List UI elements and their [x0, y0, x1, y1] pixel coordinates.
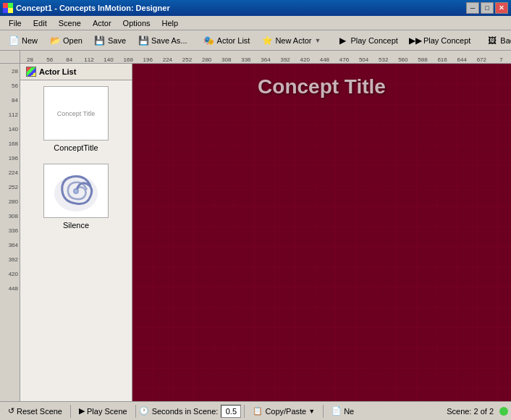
ruler-h-mark: 644	[457, 56, 467, 63]
svg-rect-3	[8, 8, 13, 13]
window-title: Concept1 - Concepts InMotion: Designer	[16, 4, 466, 12]
ruler-vertical: 2856841121401681962242522803083363643924…	[0, 64, 20, 401]
minimize-button[interactable]: ─	[466, 2, 479, 14]
ruler-v-mark: 84	[0, 93, 20, 107]
background-icon: 🖼	[486, 35, 498, 46]
new-label: New	[22, 36, 38, 45]
close-button[interactable]: ✕	[495, 2, 508, 14]
clock-icon: 🕐	[139, 406, 149, 416]
ruler-h-mark: 672	[477, 56, 486, 63]
actor-item-silence[interactable]: Silence	[20, 158, 132, 235]
ruler-h-mark: 448	[320, 56, 329, 63]
concept-thumb-text: Concept Title	[54, 107, 98, 120]
menu-file[interactable]: File	[3, 17, 28, 29]
reset-scene-icon: ↺	[8, 406, 14, 416]
ruler-v-mark: 28	[0, 64, 20, 78]
status-bar: ↺ Reset Scene ▶ Play Scene 🕐 Seconds in …	[0, 401, 511, 420]
canvas-area[interactable]: Concept Title	[132, 64, 511, 401]
ruler-v-mark: 112	[0, 107, 20, 122]
workspace: 2856841121401681962242522803083363643924…	[0, 64, 511, 401]
status-sep-2	[135, 405, 136, 418]
reset-scene-button[interactable]: ↺ Reset Scene	[3, 404, 67, 419]
ruler-corner	[0, 51, 20, 64]
scene-info: Scene: 2 of 2	[447, 407, 494, 416]
ruler-v-mark: 280	[0, 194, 20, 209]
ruler-v-mark: 140	[0, 122, 20, 136]
ruler-v-mark: 420	[0, 266, 20, 281]
maximize-button[interactable]: □	[481, 2, 494, 14]
actor-panel-header: Actor List	[20, 64, 132, 80]
svg-rect-0	[3, 3, 8, 8]
ruler-h-mark: 532	[379, 56, 388, 63]
save-as-icon: 💾	[138, 35, 149, 46]
actor-name-silence: Silence	[63, 221, 89, 230]
ruler-h-mark: 420	[300, 56, 310, 63]
svg-point-6	[75, 190, 77, 193]
actor-list-button[interactable]: 🎭 Actor List	[198, 33, 255, 49]
ruler-horizontal: 2856841121401681962242522803083363643924…	[0, 51, 511, 64]
actor-list-icon: 🎭	[203, 35, 215, 46]
new-status-button[interactable]: 📄 Ne	[326, 404, 359, 419]
save-button[interactable]: 💾 Save	[89, 33, 131, 49]
ruler-h-mark: 168	[123, 56, 132, 63]
menu-bar: File Edit Scene Actor Options Help	[0, 16, 511, 30]
open-icon: 📂	[49, 35, 61, 46]
status-sep-1	[70, 405, 71, 418]
ruler-h-mark: 196	[143, 56, 153, 63]
play-concept-button[interactable]: ▶ Play Concept	[331, 33, 402, 49]
actor-panel-title: Actor List	[39, 67, 76, 76]
play-concept2-button[interactable]: ▶▶ Play Concept	[405, 33, 476, 49]
seconds-input[interactable]	[221, 405, 241, 418]
toolbar: 📄 New 📂 Open 💾 Save 💾 Save As... 🎭 Actor…	[0, 30, 511, 51]
ruler-h-mark: 560	[398, 56, 407, 63]
ruler-h-mark: 476	[339, 56, 349, 63]
status-sep-4	[323, 405, 324, 418]
menu-help[interactable]: Help	[156, 17, 185, 29]
actor-thumbnail-concept-title: Concept Title	[43, 86, 109, 140]
actor-item-concept-title[interactable]: Concept Title ConceptTitle	[20, 80, 132, 158]
canvas-grid	[132, 64, 511, 401]
background-button[interactable]: 🖼 Background	[481, 33, 511, 49]
copy-paste-icon: 📋	[253, 406, 263, 416]
ruler-h-mark: 588	[418, 56, 427, 63]
save-as-button[interactable]: 💾 Save As...	[132, 33, 193, 49]
ruler-v-mark: 392	[0, 252, 20, 266]
ruler-h-mark: 504	[359, 56, 368, 63]
ruler-h-mark: 56	[46, 56, 53, 63]
new-button[interactable]: 📄 New	[3, 33, 43, 49]
play-scene-icon: ▶	[79, 406, 85, 416]
menu-actor[interactable]: Actor	[87, 17, 117, 29]
ruler-h-mark: 616	[437, 56, 447, 63]
menu-options[interactable]: Options	[117, 17, 156, 29]
new-actor-button[interactable]: ⭐ New Actor ▼	[256, 33, 326, 49]
ruler-h-mark: 392	[280, 56, 290, 63]
play-scene-button[interactable]: ▶ Play Scene	[74, 404, 132, 419]
ruler-v-mark: 364	[0, 238, 20, 252]
actor-thumbnail-silence	[43, 164, 109, 218]
ruler-h-mark: 140	[104, 56, 113, 63]
new-actor-dropdown-icon: ▼	[315, 37, 321, 44]
status-indicator	[499, 407, 508, 416]
new-icon: 📄	[8, 35, 20, 46]
ruler-v-mark: 336	[0, 223, 20, 238]
copy-paste-dropdown: ▼	[308, 408, 315, 415]
new-actor-icon: ⭐	[261, 35, 273, 46]
open-button[interactable]: 📂 Open	[44, 33, 88, 49]
status-sep-3	[244, 405, 245, 418]
background-label: Background	[500, 36, 511, 45]
ruler-h-mark: 364	[261, 56, 270, 63]
open-label: Open	[63, 36, 83, 45]
play-concept2-label: Play Concept	[423, 36, 470, 45]
play-concept2-icon: ▶▶	[410, 35, 421, 46]
reset-scene-label: Reset Scene	[17, 407, 62, 416]
copy-paste-button[interactable]: 📋 Copy/Paste ▼	[248, 404, 320, 419]
play-scene-label: Play Scene	[87, 407, 127, 416]
actor-panel-header-icon	[26, 67, 36, 77]
svg-rect-2	[3, 8, 8, 13]
menu-edit[interactable]: Edit	[28, 17, 53, 29]
new-status-icon: 📄	[331, 406, 342, 416]
menu-scene[interactable]: Scene	[53, 17, 87, 29]
ruler-v-mark: 252	[0, 180, 20, 194]
ruler-h-mark: 252	[182, 56, 192, 63]
play-concept-label: Play Concept	[350, 36, 397, 45]
